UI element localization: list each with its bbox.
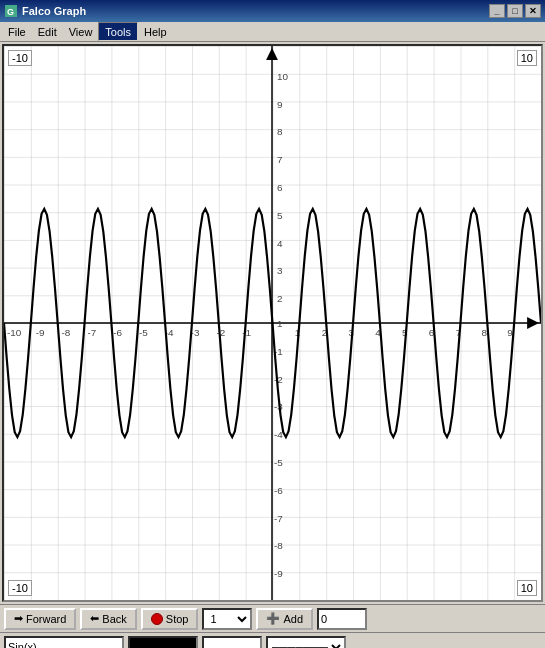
corner-label-tl: -10	[8, 50, 32, 66]
graph-container: 10 9 8 7 6 5 4 3 2 1 -1 -2 -3 -4 -5 -6 -…	[2, 44, 543, 602]
corner-label-br: 10	[517, 580, 537, 596]
svg-text:-7: -7	[274, 513, 283, 524]
svg-text:-8: -8	[274, 540, 283, 551]
svg-text:10: 10	[277, 71, 289, 82]
add-button[interactable]: ➕ Add	[256, 608, 313, 630]
svg-text:-7: -7	[87, 327, 96, 338]
menu-file[interactable]: File	[2, 22, 32, 41]
title-bar-icon: G	[4, 4, 18, 18]
menu-help[interactable]: Help	[138, 22, 173, 41]
stop-icon	[151, 613, 163, 625]
svg-text:4: 4	[277, 238, 283, 249]
svg-text:-4: -4	[274, 429, 283, 440]
add-icon: ➕	[266, 612, 280, 625]
svg-text:3: 3	[277, 265, 283, 276]
svg-text:-5: -5	[139, 327, 148, 338]
stop-button[interactable]: Stop	[141, 608, 199, 630]
svg-text:1: 1	[277, 318, 283, 329]
svg-text:7: 7	[277, 154, 283, 165]
title-bar: G Falco Graph _ □ ✕	[0, 0, 545, 22]
back-label: Back	[102, 613, 126, 625]
svg-text:-10: -10	[7, 327, 22, 338]
svg-text:-5: -5	[274, 457, 283, 468]
add-label: Add	[283, 613, 303, 625]
svg-text:-8: -8	[62, 327, 71, 338]
svg-text:6: 6	[277, 182, 283, 193]
svg-text:-2: -2	[216, 327, 225, 338]
back-icon: ⬅	[90, 612, 99, 625]
svg-text:-6: -6	[113, 327, 122, 338]
svg-text:5: 5	[277, 210, 283, 221]
title-bar-buttons: _ □ ✕	[489, 4, 541, 18]
title-bar-text: Falco Graph	[22, 5, 489, 17]
back-button[interactable]: ⬅ Back	[80, 608, 136, 630]
maximize-button[interactable]: □	[507, 4, 523, 18]
svg-text:-9: -9	[36, 327, 45, 338]
graph-svg: 10 9 8 7 6 5 4 3 2 1 -1 -2 -3 -4 -5 -6 -…	[4, 46, 541, 600]
svg-text:8: 8	[277, 126, 283, 137]
bottom-toolbar: ➡ Forward ⬅ Back Stop 1 2 5 10 ➕ Add	[0, 604, 545, 632]
minimize-button[interactable]: _	[489, 4, 505, 18]
svg-text:9: 9	[277, 99, 283, 110]
formula-bar: ──────── - - - - - ········	[0, 632, 545, 648]
svg-text:-9: -9	[274, 568, 283, 579]
close-button[interactable]: ✕	[525, 4, 541, 18]
svg-text:G: G	[7, 7, 14, 17]
menu-edit[interactable]: Edit	[32, 22, 63, 41]
count-input[interactable]	[317, 608, 367, 630]
svg-text:-6: -6	[274, 485, 283, 496]
forward-icon: ➡	[14, 612, 23, 625]
formula-input[interactable]	[4, 636, 124, 649]
svg-text:2: 2	[277, 293, 283, 304]
color-picker-1[interactable]	[128, 636, 198, 649]
step-select[interactable]: 1 2 5 10	[202, 608, 252, 630]
forward-label: Forward	[26, 613, 66, 625]
line-style-select[interactable]: ──────── - - - - - ········	[266, 636, 346, 649]
svg-text:-2: -2	[274, 374, 283, 385]
menu-tools[interactable]: Tools	[98, 22, 138, 41]
menu-view[interactable]: View	[63, 22, 99, 41]
corner-label-tr: 10	[517, 50, 537, 66]
forward-button[interactable]: ➡ Forward	[4, 608, 76, 630]
svg-text:8: 8	[481, 327, 487, 338]
menu-bar: File Edit View Tools Help	[0, 22, 545, 42]
color-picker-2[interactable]	[202, 636, 262, 649]
corner-label-bl: -10	[8, 580, 32, 596]
stop-label: Stop	[166, 613, 189, 625]
